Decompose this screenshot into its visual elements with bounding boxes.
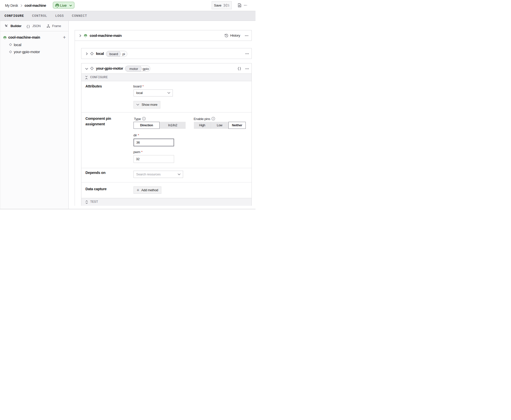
svg-text:board: board: [109, 52, 118, 56]
svg-text:pi: pi: [122, 52, 125, 56]
svg-text:gpio: gpio: [143, 67, 149, 71]
svg-text:motor: motor: [129, 67, 138, 71]
